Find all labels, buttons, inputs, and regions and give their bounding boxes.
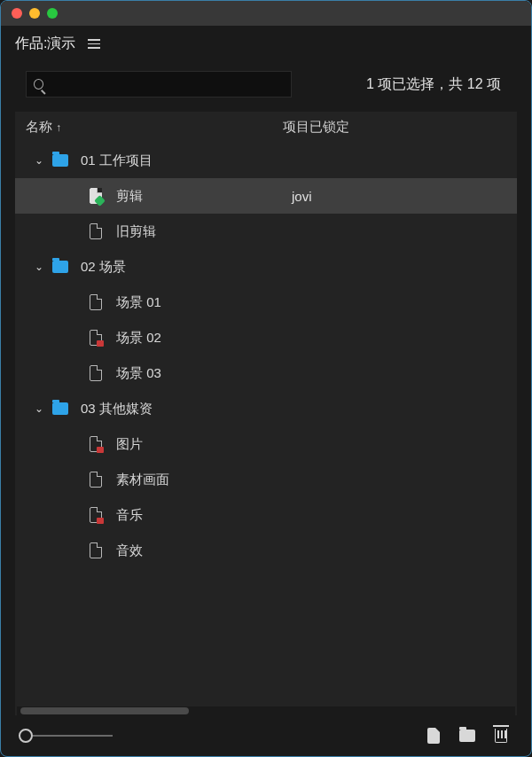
panel-menu-icon[interactable]: [88, 39, 100, 49]
chevron-down-icon[interactable]: ⌄: [33, 261, 45, 273]
minimize-window-button[interactable]: [29, 8, 40, 19]
row-label: 旧剪辑: [116, 223, 156, 240]
search-input[interactable]: [49, 77, 284, 91]
column-header-name[interactable]: 名称 ↑: [26, 119, 283, 136]
table-row[interactable]: ›音乐: [15, 497, 517, 533]
table-row[interactable]: ⌄03 其他媒资: [15, 391, 517, 426]
row-label: 音效: [116, 542, 143, 559]
project-panel: 作品:演示 1 项已选择，共 12 项 名称 ↑ 项目已锁定 ⌄01 工作项目›…: [0, 0, 532, 757]
table-row[interactable]: ›音效: [15, 533, 517, 568]
column-header-locked[interactable]: 项目已锁定: [283, 119, 506, 136]
table-row[interactable]: ›场景 01: [15, 285, 517, 320]
file-icon: [427, 728, 440, 744]
file-icon: [90, 472, 102, 488]
row-label: 剪辑: [116, 188, 143, 205]
toolbar: 1 项已选择，共 12 项: [1, 62, 531, 106]
scrollbar-thumb[interactable]: [20, 707, 189, 714]
column-headers: 名称 ↑ 项目已锁定: [15, 112, 517, 143]
table-row[interactable]: ›旧剪辑: [15, 214, 517, 249]
window-titlebar: [1, 1, 531, 26]
file-locked-icon: [90, 436, 102, 452]
row-label: 01 工作项目: [81, 152, 153, 169]
folder-icon: [52, 402, 68, 415]
file-icon: [90, 542, 102, 558]
table-row[interactable]: ›场景 02: [15, 320, 517, 355]
close-window-button[interactable]: [12, 8, 22, 19]
zoom-handle[interactable]: [19, 729, 33, 743]
column-header-name-label: 名称: [26, 119, 52, 136]
row-label: 02 场景: [81, 259, 126, 276]
panel-title: 作品:演示: [15, 35, 75, 53]
table-row[interactable]: ⌄02 场景: [15, 249, 517, 285]
file-icon: [90, 365, 102, 381]
table-row[interactable]: ›素材画面: [15, 462, 517, 497]
column-header-locked-label: 项目已锁定: [283, 119, 349, 134]
table-row[interactable]: ›剪辑jovi: [15, 178, 517, 214]
horizontal-scrollbar[interactable]: [17, 706, 515, 715]
file-locked-icon: [90, 507, 102, 523]
folder-icon: [459, 730, 475, 742]
row-label: 素材画面: [116, 472, 169, 488]
folder-icon: [52, 154, 68, 167]
row-label: 场景 03: [116, 365, 161, 382]
table-row[interactable]: ›场景 03: [15, 355, 517, 391]
row-label: 图片: [116, 436, 143, 453]
trash-icon: [495, 729, 507, 743]
rows-container: ⌄01 工作项目›剪辑jovi›旧剪辑⌄02 场景›场景 01›场景 02›场景…: [15, 143, 517, 706]
table-row[interactable]: ⌄01 工作项目: [15, 143, 517, 178]
new-item-button[interactable]: [421, 723, 446, 748]
table-row[interactable]: ›图片: [15, 426, 517, 462]
file-icon: [90, 223, 102, 239]
file-edit-icon: [90, 188, 102, 204]
sort-ascending-icon: ↑: [56, 121, 61, 134]
row-label: 场景 02: [116, 330, 161, 347]
file-icon: [90, 294, 102, 310]
selection-status: 1 项已选择，共 12 项: [309, 75, 506, 94]
delete-button[interactable]: [489, 723, 513, 748]
new-folder-button[interactable]: [455, 723, 480, 748]
panel-header: 作品:演示: [1, 26, 531, 62]
row-label: 音乐: [116, 507, 143, 524]
zoom-slider[interactable]: [19, 729, 113, 743]
search-box[interactable]: [26, 71, 292, 98]
zoom-track: [33, 735, 113, 737]
folder-icon: [52, 261, 68, 273]
row-label: 场景 01: [116, 294, 161, 311]
row-locked-by: jovi: [286, 189, 517, 204]
row-label: 03 其他媒资: [81, 401, 153, 418]
file-locked-icon: [90, 330, 102, 346]
search-icon: [34, 79, 43, 90]
chevron-down-icon[interactable]: ⌄: [33, 154, 45, 167]
bottom-toolbar: [1, 715, 531, 756]
project-table: 名称 ↑ 项目已锁定 ⌄01 工作项目›剪辑jovi›旧剪辑⌄02 场景›场景 …: [15, 112, 517, 715]
maximize-window-button[interactable]: [47, 8, 58, 19]
chevron-down-icon[interactable]: ⌄: [33, 402, 45, 415]
